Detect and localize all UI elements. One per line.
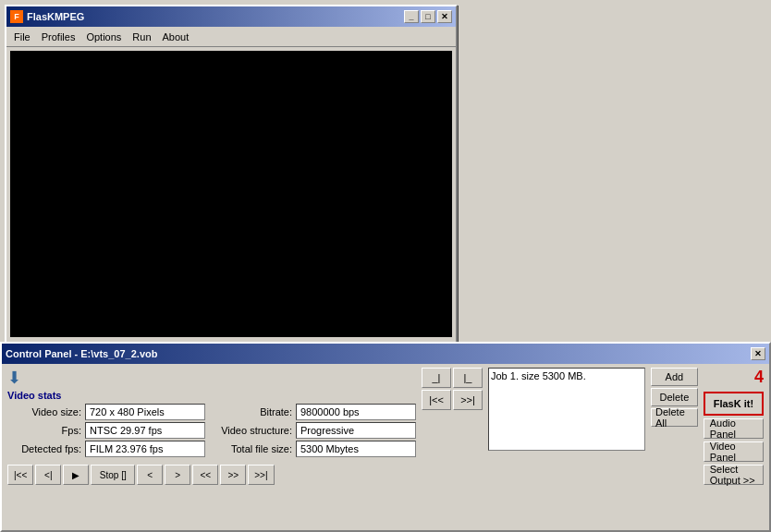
menu-bar: File Profiles Options Run About — [6, 27, 456, 47]
stats-grid: Video size: 720 x 480 Pixels Bitrate: 98… — [7, 404, 416, 457]
menu-run[interactable]: Run — [127, 30, 156, 44]
maximize-button[interactable]: □ — [421, 10, 435, 23]
video-display — [10, 51, 452, 337]
fps-label: Fps: — [7, 425, 81, 436]
cp-title: Control Panel - E:\vts_07_2.vob — [6, 348, 157, 359]
add-button[interactable]: Add — [651, 368, 698, 386]
video-size-label: Video size: — [7, 406, 81, 417]
mark-out-button[interactable]: |_ — [453, 368, 483, 388]
select-output-button[interactable]: Select Output >> — [704, 465, 764, 485]
close-button[interactable]: ✕ — [437, 10, 452, 23]
transport-fwd-end[interactable]: >>| — [248, 465, 274, 485]
queue-row1: _| |_ — [422, 368, 483, 388]
video-structure-label: Video structure: — [209, 425, 292, 436]
add-del-section: Add Delete Delete All — [651, 368, 698, 485]
detected-fps-label: Detected fps: — [7, 443, 81, 454]
flask-it-button[interactable]: FlasK it! — [704, 392, 764, 416]
job-list-item: Job 1. size 5300 MB. — [491, 370, 642, 381]
minimize-button[interactable]: _ — [404, 10, 419, 23]
main-window: F FlasKMPEG _ □ ✕ File Profiles Options … — [5, 5, 458, 351]
video-structure-value: Progressive — [296, 422, 416, 439]
download-icon: ⬇ — [7, 368, 416, 388]
main-window-title: FlasKMPEG — [27, 11, 84, 22]
job-section: Job 1. size 5300 MB. — [488, 368, 645, 485]
transport-rew-end[interactable]: |<< — [7, 465, 33, 485]
video-stats-label: Video stats — [7, 390, 416, 401]
video-panel-button[interactable]: Video Panel — [704, 441, 764, 462]
total-file-size-value: 5300 Mbytes — [296, 441, 416, 457]
audio-panel-button[interactable]: Audio Panel — [704, 418, 764, 439]
transport-fwd-fast[interactable]: >> — [220, 465, 246, 485]
fwd-out-button[interactable]: >>| — [453, 390, 483, 410]
cp-title-bar: Control Panel - E:\vts_07_2.vob ✕ — [2, 344, 769, 364]
transport-stop[interactable]: Stop [] — [91, 465, 135, 485]
transport-rew-fast[interactable]: << — [192, 465, 218, 485]
cp-close-button[interactable]: ✕ — [751, 347, 765, 360]
menu-about[interactable]: About — [157, 30, 195, 44]
menu-options[interactable]: Options — [80, 30, 127, 44]
bitrate-value: 9800000 bps — [296, 404, 416, 420]
step-number: 4 — [704, 368, 764, 387]
bitrate-label: Bitrate: — [209, 406, 292, 417]
transport-rew[interactable]: <| — [35, 465, 61, 485]
title-bar-buttons: _ □ ✕ — [404, 10, 452, 23]
delete-button[interactable]: Delete — [651, 388, 698, 406]
queue-section: _| |_ |<< >>| — [422, 368, 483, 485]
transport-prev[interactable]: < — [137, 465, 163, 485]
queue-buttons: _| |_ |<< >>| — [422, 368, 483, 410]
control-panel: Control Panel - E:\vts_07_2.vob ✕ ⬇ Vide… — [0, 342, 771, 532]
menu-file[interactable]: File — [8, 30, 36, 44]
right-buttons: 4 FlasK it! Audio Panel Video Panel Sele… — [704, 368, 764, 485]
transport-bar: |<< <| ▶ Stop [] < > << >> >>| — [7, 465, 416, 485]
app-icon: F — [10, 10, 23, 23]
detected-fps-value: FILM 23.976 fps — [85, 441, 205, 457]
fps-value: NTSC 29.97 fps — [85, 422, 205, 439]
job-list: Job 1. size 5300 MB. — [488, 368, 645, 451]
rew-in-button[interactable]: |<< — [422, 390, 451, 410]
menu-profiles[interactable]: Profiles — [36, 30, 81, 44]
mark-in-button[interactable]: _| — [422, 368, 451, 388]
total-file-size-label: Total file size: — [209, 443, 292, 454]
stats-panel: ⬇ Video stats Video size: 720 x 480 Pixe… — [7, 368, 416, 485]
video-size-value: 720 x 480 Pixels — [85, 404, 205, 420]
main-title-bar: F FlasKMPEG _ □ ✕ — [6, 6, 456, 27]
transport-next[interactable]: > — [165, 465, 190, 485]
queue-row2: |<< >>| — [422, 390, 483, 410]
transport-play[interactable]: ▶ — [63, 465, 89, 485]
delete-all-button[interactable]: Delete All — [651, 408, 698, 427]
cp-content: ⬇ Video stats Video size: 720 x 480 Pixe… — [2, 364, 769, 489]
